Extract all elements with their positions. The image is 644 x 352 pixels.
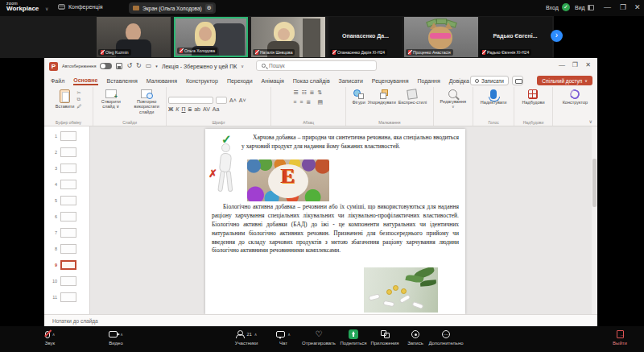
slide-thumb-11[interactable]: 11 [44, 290, 89, 304]
slide-scrollbar[interactable] [592, 126, 597, 314]
slide-thumb-9-selected[interactable]: 9 [44, 258, 89, 272]
slide-thumb-2[interactable]: 2 [44, 145, 89, 159]
tab-file[interactable]: Файл [51, 78, 64, 84]
audio-options-caret-icon[interactable]: ∧ [52, 332, 56, 337]
shapes-button[interactable]: Фігури [352, 89, 365, 118]
quick-styles-button[interactable]: Експрес-стилі [398, 89, 427, 118]
slide-thumb-6[interactable]: 6 [44, 209, 89, 224]
change-case-button[interactable]: Aa [213, 106, 220, 112]
video-tile-olga-active[interactable]: Ольга Холодова [174, 17, 248, 57]
close-button[interactable]: ✕ [634, 3, 641, 11]
signin-button[interactable]: Вход [546, 5, 559, 10]
participants-button[interactable]: 21∧ Участники [222, 329, 270, 346]
autosave-toggle[interactable] [100, 63, 112, 69]
save-icon[interactable] [116, 63, 122, 69]
ppt-search-box[interactable] [256, 60, 377, 71]
video-tile-radko[interactable]: Радько Євгені... Радько Євгенія ХІ-Н24 [478, 17, 552, 57]
tab-home[interactable]: Основне [73, 77, 97, 84]
ppt-minimize-button[interactable]: — [559, 62, 565, 68]
notes-bar[interactable]: Нотатки до слайда [44, 314, 597, 326]
chat-caret-icon[interactable]: ∧ [287, 332, 291, 337]
present-icon[interactable]: ▭ [146, 63, 152, 69]
next-participants-button[interactable]: › [551, 30, 563, 42]
redo-icon[interactable]: ↻ [136, 63, 142, 69]
columns-icon[interactable]: ▤ [317, 99, 324, 106]
undo-icon[interactable]: ↺ [126, 63, 132, 69]
tab-draw[interactable]: Малювання [147, 78, 177, 84]
tab-view[interactable]: Подання [417, 78, 440, 84]
underline-button[interactable]: П [181, 106, 185, 112]
meeting-menu[interactable]: Конференція [58, 4, 103, 10]
share-access-button[interactable]: Спільний доступ ∨ [537, 76, 592, 85]
shrink-font-icon[interactable]: A˅ [239, 97, 246, 103]
settings-gear-icon[interactable]: ⚙ [205, 4, 213, 12]
collapse-ribbon-icon[interactable]: ∨ [589, 118, 592, 124]
slide-thumb-3[interactable]: 3 [44, 161, 89, 176]
tab-help[interactable]: Довідка [449, 78, 469, 84]
format-painter-icon[interactable]: 🖉 [76, 104, 81, 109]
title-dropdown-icon[interactable]: ∨ [241, 64, 244, 68]
screen-share-indicator[interactable]: Экран (Ольга Холодова) ⚙ [129, 2, 216, 14]
addins-button[interactable]: Надбудови [522, 89, 544, 118]
bold-button[interactable]: Ж [168, 106, 173, 112]
slide-thumb-8[interactable]: 8 [44, 242, 89, 256]
comments-button[interactable] [512, 76, 523, 85]
copy-icon[interactable]: ⧉ [76, 97, 81, 102]
new-slide-button[interactable]: Створити слайд ∨ [95, 89, 126, 118]
tab-transitions[interactable]: Переходи [227, 78, 253, 84]
maximize-button[interactable]: ❐ [620, 3, 626, 11]
name-chip: Проценко Анастасія [406, 49, 453, 56]
more-button[interactable]: ⋯ Дополнительно [422, 329, 470, 346]
participants-caret-icon[interactable]: ∧ [254, 332, 258, 337]
slide-thumb-7[interactable]: 7 [44, 226, 89, 240]
qat-dropdown-icon[interactable]: ▾ [155, 64, 158, 68]
slide-thumb-1[interactable]: 1 [44, 129, 89, 143]
record-button[interactable]: Записати [470, 76, 509, 85]
editing-button[interactable]: Редагування ∨ [440, 89, 466, 118]
cut-icon[interactable]: ✂ [76, 89, 81, 95]
slide-thumb-4[interactable]: 4 [44, 177, 89, 192]
slide-thumb-5[interactable]: 5 [44, 193, 89, 208]
tab-insert[interactable]: Вставлення [107, 78, 138, 84]
tab-animations[interactable]: Анімація [262, 78, 284, 84]
tab-record[interactable]: Записати [339, 78, 363, 84]
slide-thumb-10[interactable]: 10 [44, 274, 89, 288]
current-slide[interactable]: ✓ ✗ Харчова добавка – природна чи синтет… [205, 129, 465, 314]
tab-slideshow[interactable]: Показ слайдів [293, 78, 330, 84]
video-tile-protsenko[interactable]: Проценко Анастасія [404, 17, 478, 57]
dictate-button[interactable]: Надиктувати [481, 89, 507, 118]
reuse-slides-button[interactable]: Повторно використати слайди [129, 89, 164, 118]
video-options-caret-icon[interactable]: ∧ [120, 332, 123, 337]
video-tile-oleg[interactable]: Oleg Kuzmin [97, 17, 171, 57]
mute-button[interactable]: ∧ Звук [32, 329, 68, 346]
strikethrough-button[interactable]: S [188, 106, 192, 112]
paste-button[interactable]: Вставити [56, 89, 75, 118]
ppt-close-button[interactable]: ✕ [585, 62, 591, 68]
bullets-numbering-icons[interactable]: ☰ ☷ ≣ [293, 89, 315, 96]
security-shield-icon[interactable]: ✓ [562, 3, 570, 11]
view-layout-icon [588, 5, 594, 10]
font-name-select[interactable] [168, 97, 213, 104]
video-tile-opanasenko[interactable]: Опанасенко Да... Опанасенко Дарія ХІ-Н24 [328, 17, 402, 57]
tab-review[interactable]: Рецензування [372, 78, 409, 84]
ppt-maximize-button[interactable]: ❐ [572, 62, 578, 68]
designer-button[interactable]: Конструктор [563, 89, 588, 118]
leave-button[interactable]: Выйти [602, 329, 638, 346]
search-input[interactable] [269, 63, 349, 68]
char-spacing-button[interactable]: AV [203, 106, 210, 112]
font-size-select[interactable] [216, 97, 227, 104]
align-icons[interactable]: ≡ ≡ ≣ [293, 99, 315, 106]
scrollbar-thumb[interactable] [592, 159, 597, 207]
video-tile-natalia[interactable]: Наталія Шевцова [251, 17, 325, 57]
shadow-button[interactable]: ab [194, 106, 200, 112]
italic-button[interactable]: К [175, 106, 179, 112]
line-spacing-icon[interactable]: ⇅ [317, 89, 324, 96]
video-button[interactable]: ∧ Видео [97, 329, 135, 346]
grow-font-icon[interactable]: A˄ [229, 97, 237, 103]
tab-design[interactable]: Конструктор [186, 78, 218, 84]
minimize-button[interactable]: — [604, 3, 611, 11]
view-button[interactable]: Вид [575, 5, 594, 10]
logo-chevron-icon[interactable]: ∨ [45, 6, 48, 11]
record-dot-icon [475, 79, 479, 83]
arrange-button[interactable]: Упорядкувати [368, 89, 396, 118]
